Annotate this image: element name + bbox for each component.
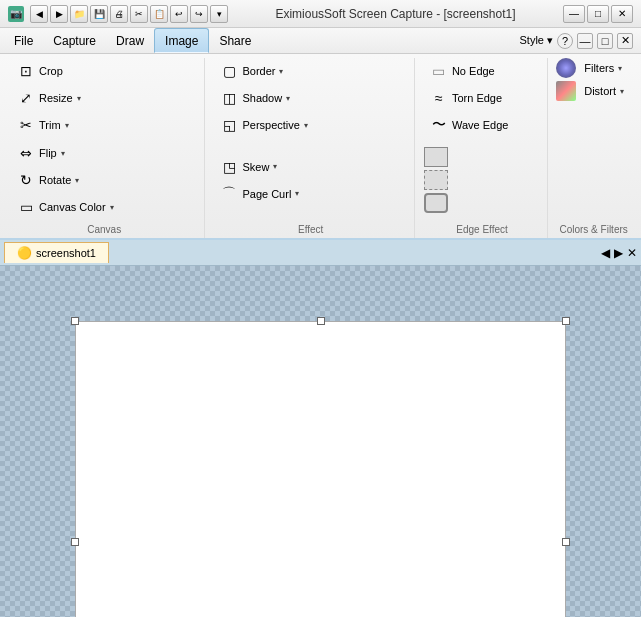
open-btn[interactable]: 📁 bbox=[70, 5, 88, 23]
distort-icon-box bbox=[556, 81, 576, 101]
handle-top-left[interactable] bbox=[71, 317, 79, 325]
menu-share[interactable]: Share bbox=[209, 28, 261, 53]
rotate-icon: ↻ bbox=[16, 170, 36, 190]
canvas-color-icon: ▭ bbox=[16, 197, 36, 217]
canvas-col1: ⊡ Crop ⤢ Resize ▾ ✂ Trim ▾ bbox=[10, 58, 88, 138]
menu-file[interactable]: File bbox=[4, 28, 43, 53]
canvas-color-arrow[interactable]: ▾ bbox=[109, 203, 115, 212]
border-button[interactable]: ▢ Border ▾ bbox=[213, 58, 314, 84]
flip-arrow[interactable]: ▾ bbox=[60, 149, 66, 158]
canvas-area bbox=[0, 266, 641, 617]
edge-col: ▭ No Edge ≈ Torn Edge 〜 Wave Edge bbox=[423, 58, 514, 138]
more-btn[interactable]: ▾ bbox=[210, 5, 228, 23]
canvas-buttons: ⊡ Crop ⤢ Resize ▾ ✂ Trim ▾ ⇔ Flip bbox=[10, 58, 198, 222]
filters-arrow[interactable]: ▾ bbox=[617, 64, 623, 73]
undo-btn[interactable]: ↩ bbox=[170, 5, 188, 23]
tab-prev-btn[interactable]: ◀ bbox=[601, 246, 610, 260]
perspective-arrow[interactable]: ▾ bbox=[303, 121, 309, 130]
wave-edge-icon: 〜 bbox=[429, 115, 449, 135]
handle-top-right[interactable] bbox=[562, 317, 570, 325]
help-btn[interactable]: ? bbox=[557, 33, 573, 49]
print-btn[interactable]: 🖨 bbox=[110, 5, 128, 23]
tab-nav: ◀ ▶ ✕ bbox=[601, 246, 637, 260]
no-edge-preview bbox=[424, 147, 448, 167]
effect-buttons: ▢ Border ▾ ◫ Shadow ▾ ◱ Perspective ▾ ◳ bbox=[213, 58, 408, 222]
filter-col: Filters ▾ Distort ▾ bbox=[556, 58, 631, 101]
maximize-btn[interactable]: □ bbox=[587, 5, 609, 23]
torn-edge-icon: ≈ bbox=[429, 88, 449, 108]
tab-next-btn[interactable]: ▶ bbox=[614, 246, 623, 260]
ribbon-group-filters: Filters ▾ Distort ▾ Colors & Filters bbox=[550, 58, 637, 238]
minimize-btn[interactable]: — bbox=[563, 5, 585, 23]
edge-group-label: Edge Effect bbox=[456, 222, 508, 238]
skew-button[interactable]: ◳ Skew ▾ bbox=[213, 154, 306, 180]
flip-button[interactable]: ⇔ Flip ▾ bbox=[10, 140, 121, 166]
save-btn[interactable]: 💾 bbox=[90, 5, 108, 23]
torn-edge-button[interactable]: ≈ Torn Edge bbox=[423, 85, 514, 111]
trim-arrow[interactable]: ▾ bbox=[64, 121, 70, 130]
close-btn[interactable]: ✕ bbox=[611, 5, 633, 23]
effect-col1: ▢ Border ▾ ◫ Shadow ▾ ◱ Perspective ▾ bbox=[213, 58, 314, 138]
no-edge-icon: ▭ bbox=[429, 61, 449, 81]
effect-col2: ◳ Skew ▾ ⌒ Page Curl ▾ bbox=[213, 154, 306, 207]
border-arrow[interactable]: ▾ bbox=[278, 67, 284, 76]
no-edge-button[interactable]: ▭ No Edge bbox=[423, 58, 514, 84]
resize-button[interactable]: ⤢ Resize ▾ bbox=[10, 85, 88, 111]
ribbon-max-btn[interactable]: □ bbox=[597, 33, 613, 49]
menu-capture[interactable]: Capture bbox=[43, 28, 106, 53]
canvas-color-button[interactable]: ▭ Canvas Color ▾ bbox=[10, 194, 121, 220]
tab-screenshot1[interactable]: 🟡 screenshot1 bbox=[4, 242, 109, 263]
canvas-group-label: Canvas bbox=[87, 222, 121, 238]
handle-top-center[interactable] bbox=[317, 317, 325, 325]
trim-button[interactable]: ✂ Trim ▾ bbox=[10, 112, 88, 138]
tab-label-text: screenshot1 bbox=[36, 247, 96, 259]
ribbon: ⊡ Crop ⤢ Resize ▾ ✂ Trim ▾ ⇔ Flip bbox=[0, 54, 641, 240]
menu-image[interactable]: Image bbox=[154, 28, 209, 53]
skew-arrow[interactable]: ▾ bbox=[272, 162, 278, 171]
handle-mid-right[interactable] bbox=[562, 538, 570, 546]
border-icon: ▢ bbox=[219, 61, 239, 81]
crop-button[interactable]: ⊡ Crop bbox=[10, 58, 88, 84]
resize-icon: ⤢ bbox=[16, 88, 36, 108]
page-curl-icon: ⌒ bbox=[219, 184, 239, 204]
image-canvas bbox=[75, 321, 566, 617]
filters-button[interactable]: Filters ▾ bbox=[578, 59, 629, 77]
app-icon: 📷 bbox=[8, 6, 24, 22]
tab-close-btn[interactable]: ✕ bbox=[627, 246, 637, 260]
forward-btn[interactable]: ▶ bbox=[50, 5, 68, 23]
back-btn[interactable]: ◀ bbox=[30, 5, 48, 23]
shadow-icon: ◫ bbox=[219, 88, 239, 108]
distort-button[interactable]: Distort ▾ bbox=[578, 82, 631, 100]
shadow-button[interactable]: ◫ Shadow ▾ bbox=[213, 85, 314, 111]
page-curl-arrow[interactable]: ▾ bbox=[294, 189, 300, 198]
rotate-arrow[interactable]: ▾ bbox=[74, 176, 80, 185]
menu-draw[interactable]: Draw bbox=[106, 28, 154, 53]
page-curl-button[interactable]: ⌒ Page Curl ▾ bbox=[213, 181, 306, 207]
filter-icon-sphere bbox=[556, 58, 576, 78]
canvas-col2: ⇔ Flip ▾ ↻ Rotate ▾ ▭ Canvas Color ▾ bbox=[10, 140, 121, 220]
copy-btn[interactable]: 📋 bbox=[150, 5, 168, 23]
distort-arrow[interactable]: ▾ bbox=[619, 87, 625, 96]
perspective-icon: ◱ bbox=[219, 115, 239, 135]
edge-buttons: ▭ No Edge ≈ Torn Edge 〜 Wave Edge bbox=[423, 58, 541, 222]
ribbon-min-btn[interactable]: — bbox=[577, 33, 593, 49]
resize-arrow[interactable]: ▾ bbox=[76, 94, 82, 103]
redo-btn[interactable]: ↪ bbox=[190, 5, 208, 23]
ribbon-group-canvas: ⊡ Crop ⤢ Resize ▾ ✂ Trim ▾ ⇔ Flip bbox=[4, 58, 205, 238]
toolbar-buttons: ◀ ▶ 📁 💾 🖨 ✂ 📋 ↩ ↪ ▾ bbox=[30, 5, 228, 23]
ribbon-group-effect: ▢ Border ▾ ◫ Shadow ▾ ◱ Perspective ▾ ◳ bbox=[207, 58, 415, 238]
wave-edge-button[interactable]: 〜 Wave Edge bbox=[423, 112, 514, 138]
perspective-button[interactable]: ◱ Perspective ▾ bbox=[213, 112, 314, 138]
main-content: 🟡 screenshot1 ◀ ▶ ✕ https://www.eximious… bbox=[0, 240, 641, 617]
window-controls: — □ ✕ bbox=[563, 5, 633, 23]
trim-icon: ✂ bbox=[16, 115, 36, 135]
tab-bar: 🟡 screenshot1 ◀ ▶ ✕ bbox=[0, 240, 641, 266]
rotate-button[interactable]: ↻ Rotate ▾ bbox=[10, 167, 121, 193]
flip-icon: ⇔ bbox=[16, 143, 36, 163]
title-bar: 📷 ◀ ▶ 📁 💾 🖨 ✂ 📋 ↩ ↪ ▾ EximiousSoft Scree… bbox=[0, 0, 641, 28]
style-dropdown[interactable]: Style ▾ bbox=[519, 34, 553, 47]
ribbon-close-btn[interactable]: ✕ bbox=[617, 33, 633, 49]
shadow-arrow[interactable]: ▾ bbox=[285, 94, 291, 103]
cut-btn[interactable]: ✂ bbox=[130, 5, 148, 23]
handle-mid-left[interactable] bbox=[71, 538, 79, 546]
